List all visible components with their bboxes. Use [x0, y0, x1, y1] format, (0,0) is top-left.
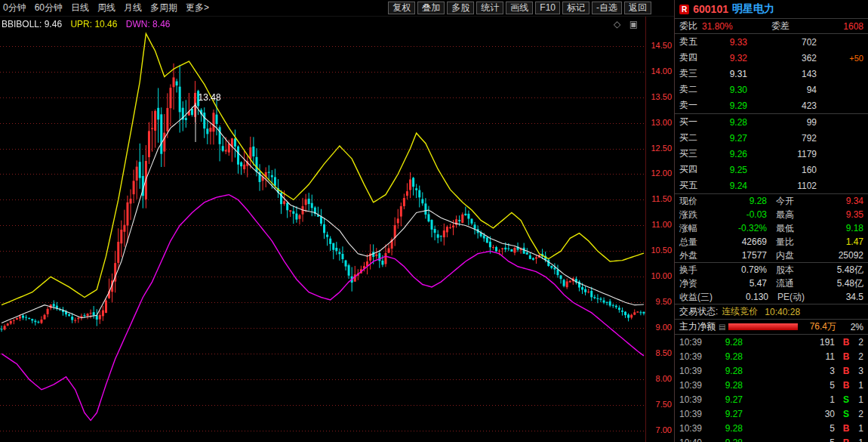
fin-label: 流通: [776, 277, 806, 290]
info-row: 涨跌 -0.03 最高 9.35: [675, 208, 868, 221]
tool-back-button[interactable]: 返回: [624, 2, 651, 14]
quote-panel: R 600101 明星电力 委比 31.80% 委差 1608 卖五 9.33 …: [674, 0, 868, 442]
level-volume: 94: [747, 85, 838, 95]
level-label: 买二: [679, 131, 705, 144]
ask-row-3[interactable]: 卖三 9.31 143: [675, 66, 868, 82]
tool-remove-watchlist-button[interactable]: -自选: [592, 2, 622, 14]
trade-row[interactable]: 10:39 9.28 11 B 2: [675, 349, 868, 363]
level-extra: +50: [838, 54, 863, 63]
bid-row-1[interactable]: 买一 9.28 99: [675, 114, 868, 130]
chart-corner-tools: ◇ ▣: [608, 19, 638, 29]
bid-row-4[interactable]: 买四 9.25 160: [675, 162, 868, 178]
info-row: 涨幅 -0.32% 最低 9.18: [675, 221, 868, 235]
stock-code: 600101: [693, 3, 728, 15]
grid-toggle-icon[interactable]: ▤: [719, 323, 725, 331]
tool-f10-button[interactable]: F10: [535, 2, 560, 14]
level-price: 9.26: [705, 149, 747, 159]
level-price: 9.32: [705, 53, 747, 63]
price-tick-label: 10.00: [651, 271, 672, 280]
tool-overlay-button[interactable]: 叠加: [417, 2, 445, 14]
trade-time: 10:39: [679, 366, 709, 376]
price-tick-label: 9.00: [656, 323, 672, 332]
info-value: -0.03: [709, 209, 767, 220]
info-value: 9.18: [806, 223, 863, 233]
fin-value: 5.48亿: [806, 264, 863, 277]
diamond-icon[interactable]: ◇: [614, 19, 620, 29]
tool-stats-button[interactable]: 统计: [476, 2, 503, 14]
trade-volume: 1: [743, 394, 841, 405]
level-volume: 99: [747, 117, 838, 128]
trade-volume: 5: [743, 380, 841, 391]
level-volume: 362: [747, 53, 838, 63]
period-multi[interactable]: 多周期: [150, 2, 177, 14]
price-tick-label: 12.50: [651, 144, 672, 153]
bid-row-3[interactable]: 买三 9.26 1179: [675, 146, 868, 162]
trade-row[interactable]: 10:39 9.28 3 B 3: [675, 363, 868, 378]
trade-side: B: [841, 423, 851, 434]
ask-row-5[interactable]: 卖五 9.33 702: [675, 34, 868, 50]
tool-drawline-button[interactable]: 画线: [506, 2, 533, 14]
level-label: 买五: [679, 179, 705, 192]
level-volume: 423: [747, 100, 838, 111]
trade-count: 1: [851, 380, 863, 391]
trade-row[interactable]: 10:39 9.28 5 B 1: [675, 378, 868, 392]
trade-time: 10:40: [679, 437, 709, 442]
candlestick-chart[interactable]: [0, 17, 645, 442]
level-label: 卖五: [679, 36, 705, 48]
info-row: 现价 9.28 今开 9.34: [675, 194, 868, 208]
weibi-row: 委比 31.80% 委差 1608: [675, 18, 868, 34]
fin-value: 0.78%: [709, 264, 767, 275]
period-60min[interactable]: 60分钟: [35, 2, 63, 14]
tool-mark-button[interactable]: 标记: [562, 2, 589, 14]
stock-name: 明星电力: [732, 2, 774, 16]
price-tick-label: 9.50: [656, 297, 672, 306]
chart-area: BBIBOLL: 9.46 UPR: 10.46 DWN: 8.46 ◇ ▣ 1…: [0, 17, 674, 442]
trade-row[interactable]: 10:39 9.28 191 B 2: [675, 335, 868, 349]
bid-row-5[interactable]: 买五 9.24 1102: [675, 178, 868, 193]
tool-fuquan-button[interactable]: 复权: [388, 2, 415, 14]
info-value: 42669: [709, 236, 767, 247]
trade-row[interactable]: 10:39 9.27 1 S 1: [675, 392, 868, 406]
period-week[interactable]: 周线: [97, 2, 115, 14]
trade-count: 3: [851, 366, 863, 376]
level-label: 卖一: [679, 99, 705, 112]
period-month[interactable]: 月线: [124, 2, 142, 14]
price-tick-label: 12.00: [651, 168, 672, 178]
ask-row-2[interactable]: 卖二 9.30 94: [675, 82, 868, 97]
period-0min[interactable]: 0分钟: [3, 2, 26, 14]
trade-row[interactable]: 10:40 9.28 5 B 1: [675, 435, 868, 442]
trade-price: 9.27: [709, 409, 743, 419]
ask-row-4[interactable]: 卖四 9.32 362 +50: [675, 50, 868, 66]
main-force-pct: 2%: [836, 322, 863, 332]
price-tick-label: 11.50: [651, 194, 672, 203]
level-label: 卖三: [679, 67, 705, 80]
period-day[interactable]: 日线: [71, 2, 89, 14]
tool-multistock-button[interactable]: 多股: [447, 2, 474, 14]
info-value: 9.34: [806, 196, 863, 206]
trade-row[interactable]: 10:39 9.27 30 S 2: [675, 406, 868, 421]
upr-value: UPR: 10.46: [70, 19, 117, 29]
price-tick-label: 8.50: [656, 348, 672, 357]
period-more[interactable]: 更多>: [186, 2, 209, 14]
window-icon[interactable]: ▣: [629, 19, 638, 29]
info-label: 现价: [679, 195, 709, 208]
trade-count: 1: [851, 423, 863, 434]
main-force-value: 76.4万: [798, 320, 836, 333]
info-label: 最高: [776, 209, 806, 221]
trade-row[interactable]: 10:39 9.28 5 B 1: [675, 421, 868, 435]
price-tick-label: 8.00: [656, 374, 672, 383]
trade-time: 10:39: [679, 423, 709, 434]
level-volume: 143: [747, 69, 838, 79]
price-tick-label: 13.50: [651, 92, 672, 101]
level-price: 9.28: [705, 117, 747, 128]
trade-side: B: [841, 366, 851, 376]
info-label: 内盘: [776, 249, 806, 262]
bid-row-2[interactable]: 买二 9.27 792: [675, 130, 868, 146]
fin-label: 换手: [679, 264, 709, 277]
ask-row-1[interactable]: 卖一 9.29 423: [675, 97, 868, 113]
fin-value: 0.130: [713, 292, 768, 302]
level-price: 9.24: [705, 181, 747, 191]
info-label: 量比: [776, 236, 806, 249]
trade-count: 1: [851, 394, 863, 405]
trade-status-value: 连续竞价: [722, 305, 758, 318]
